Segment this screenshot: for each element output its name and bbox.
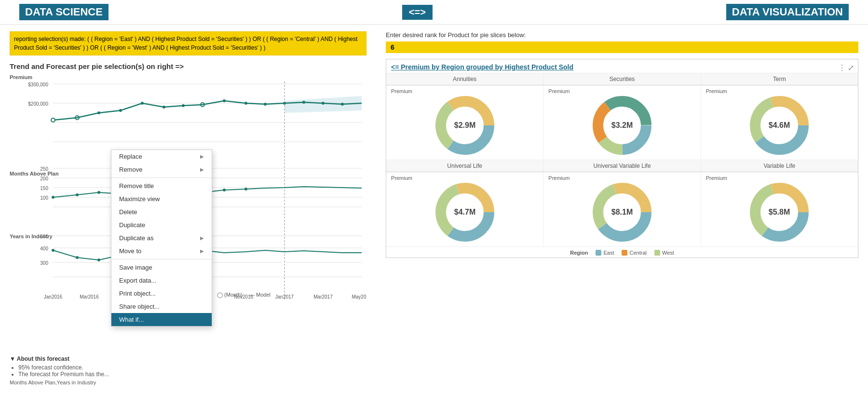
pie-legend: Region East Central West (386, 247, 858, 258)
donut-var-life: $5.8M (703, 181, 856, 244)
menu-delete[interactable]: Delete (111, 205, 212, 218)
legend-central: Central (622, 250, 646, 256)
forecast-toggle[interactable]: ▼ About this forecast (10, 355, 109, 362)
menu-replace[interactable]: Replace ▶ (111, 150, 212, 163)
legend-region-label: Region (570, 250, 588, 256)
svg-text:$4.7M: $4.7M (454, 208, 475, 216)
svg-point-17 (264, 103, 267, 106)
legend-west: West (654, 250, 674, 256)
svg-point-20 (322, 102, 325, 105)
pie-cell-var-life: Premium $5.8M (701, 172, 858, 246)
legend-west-label: West (662, 250, 674, 256)
svg-text:$5.8M: $5.8M (769, 208, 790, 216)
svg-point-46 (76, 256, 79, 259)
arrow-button[interactable]: <=> (402, 5, 433, 20)
legend-central-label: Central (629, 250, 646, 256)
donut-univ-life: $4.7M (388, 181, 541, 244)
svg-text:500: 500 (40, 234, 48, 239)
donut-univ-var-life: $8.1M (545, 181, 698, 244)
svg-point-10 (119, 109, 122, 112)
legend-east-dot (596, 250, 601, 256)
svg-text:$3.2M: $3.2M (611, 121, 633, 129)
more-icon[interactable]: ⋮ (838, 63, 846, 72)
svg-text:$4.6M: $4.6M (769, 121, 790, 129)
pie-row-2: Premium $4.7M Premium (386, 172, 858, 247)
chart-legend: ◯ (Month) — Model (217, 292, 271, 298)
svg-text:$200,000: $200,000 (28, 101, 48, 107)
premium-label-annuities: Premium (388, 88, 541, 94)
pie-cell-univ-life: Premium $4.7M (386, 172, 543, 246)
pie-col-headers-2: Universal Life Universal Variable Life V… (386, 160, 858, 172)
menu-duplicate[interactable]: Duplicate (111, 218, 212, 232)
forecast-bullets: 95% forecast confidence. The forecast fo… (10, 364, 109, 378)
pie-cell-univ-var-life: Premium $8.1M (543, 172, 701, 246)
forecast-footer: Months Above Plan,Years in Industry (10, 380, 109, 385)
pie-cell-term: Premium $4.6M (701, 85, 858, 160)
svg-text:Mar2017: Mar2017 (313, 294, 333, 300)
premium-label-term: Premium (703, 88, 856, 94)
svg-point-33 (76, 193, 79, 196)
legend-month: ◯ (Month) (217, 292, 243, 298)
menu-move-to[interactable]: Move to ▶ (111, 245, 212, 258)
rank-input[interactable] (386, 41, 858, 53)
svg-point-45 (52, 249, 54, 252)
svg-text:300: 300 (40, 260, 48, 266)
premium-label-univ-var-life: Premium (545, 175, 698, 181)
menu-share[interactable]: Share object... (111, 300, 212, 313)
svg-point-21 (341, 103, 344, 106)
menu-save-image[interactable]: Save image (111, 261, 212, 274)
right-panel: Enter desired rank for Product for pie s… (376, 27, 868, 395)
pie-col-headers: Annuities Securities Term (386, 73, 858, 85)
svg-point-7 (51, 118, 55, 122)
svg-text:150: 150 (40, 186, 48, 191)
header: DATA SCIENCE <=> DATA VISUALIZATION (0, 0, 868, 25)
panel-icons: ⋮ ⤢ (838, 63, 854, 72)
col-header-var-life: Variable Life (701, 160, 858, 172)
legend-model: — Model (249, 292, 271, 298)
svg-text:200: 200 (40, 176, 48, 181)
forecast-bullet-2: The forecast for Premium has the... (18, 371, 109, 378)
svg-text:$300,000: $300,000 (28, 82, 48, 87)
premium-label-securities: Premium (545, 88, 698, 94)
menu-divider-2 (111, 259, 212, 259)
menu-remove[interactable]: Remove ▶ (111, 163, 212, 176)
pie-chart-title: <= Premium by Region grouped by Highest … (386, 59, 858, 73)
menu-remove-title[interactable]: Remove title (111, 179, 212, 192)
svg-point-15 (223, 99, 226, 102)
svg-text:Jan2017: Jan2017 (275, 294, 294, 300)
svg-point-32 (52, 196, 54, 199)
forecast-section: ▼ About this forecast 95% forecast confi… (10, 355, 109, 385)
menu-duplicate-as[interactable]: Duplicate as ▶ (111, 232, 212, 245)
svg-point-13 (182, 104, 185, 107)
donut-annuities: $2.9M (388, 94, 541, 157)
forecast-bullet-1: 95% forecast confidence. (18, 364, 109, 371)
legend-east-label: East (603, 250, 614, 256)
col-header-univ-var-life: Universal Variable Life (543, 160, 701, 172)
col-header-securities: Securities (543, 73, 701, 85)
svg-point-34 (97, 191, 100, 194)
svg-point-11 (141, 102, 144, 105)
menu-export-data[interactable]: Export data... (111, 274, 212, 287)
menu-maximize[interactable]: Maximize view (111, 192, 212, 205)
expand-icon[interactable]: ⤢ (848, 63, 854, 72)
rank-label: Enter desired rank for Product for pie s… (386, 31, 858, 39)
menu-what-if[interactable]: What if... (111, 313, 212, 326)
svg-point-9 (97, 111, 100, 114)
donut-securities: $3.2M (545, 94, 698, 157)
legend-west-dot (654, 250, 660, 256)
right-title: DATA VISUALIZATION (726, 4, 849, 20)
filter-text: reporting selection(s) made: ( ( Region … (10, 31, 366, 55)
col-header-term: Term (701, 73, 858, 85)
svg-text:400: 400 (40, 246, 48, 251)
chart-title: Trend and Forecast per pie selection(s) … (10, 62, 366, 70)
donut-term: $4.6M (703, 94, 856, 157)
svg-point-47 (97, 259, 100, 261)
svg-text:Mar2016: Mar2016 (80, 294, 99, 300)
context-menu: Replace ▶ Remove ▶ Remove title Maximize… (111, 150, 212, 327)
svg-point-16 (244, 102, 247, 105)
menu-print[interactable]: Print object... (111, 287, 212, 300)
left-title: DATA SCIENCE (19, 4, 108, 20)
svg-text:May2017: May2017 (352, 294, 366, 300)
pie-row-1: Premium $2.9M Premium (386, 85, 858, 160)
legend-central-dot (622, 250, 627, 256)
